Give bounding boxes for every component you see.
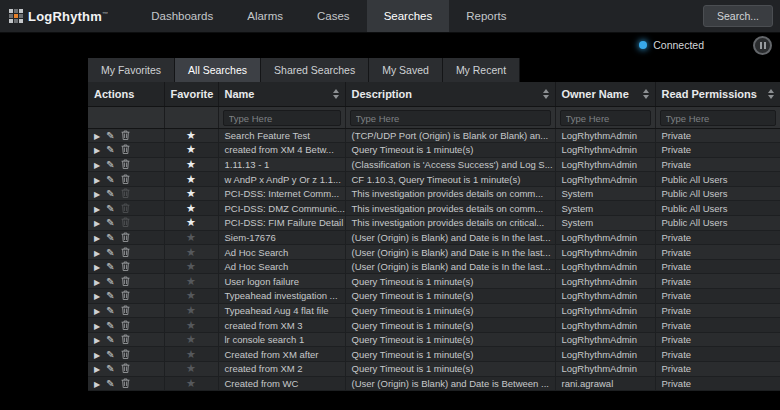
search-name-cell[interactable]: Ad Hoc Search <box>218 259 345 274</box>
edit-search-icon[interactable]: ✎ <box>106 174 114 185</box>
run-search-icon[interactable]: ▶ <box>94 322 100 331</box>
favorite-star-icon[interactable]: ★ <box>186 158 196 170</box>
run-search-icon[interactable]: ▶ <box>94 161 100 170</box>
table-row[interactable]: ▶✎★PCI-DSS: Internet Comm...This investi… <box>88 186 780 201</box>
search-name-cell[interactable]: lr console search 1 <box>218 332 345 347</box>
edit-search-icon[interactable]: ✎ <box>106 232 114 243</box>
delete-search-icon[interactable] <box>121 363 130 374</box>
delete-search-icon[interactable] <box>121 305 130 316</box>
delete-search-icon[interactable] <box>121 261 130 272</box>
tab-my-favorites[interactable]: My Favorites <box>88 58 175 82</box>
favorite-star-icon[interactable]: ★ <box>186 231 196 243</box>
column-header-read-permissions[interactable]: Read Permissions <box>655 82 780 106</box>
nav-item-alarms[interactable]: Alarms <box>230 0 300 32</box>
filter-permissions-input[interactable] <box>660 110 776 126</box>
edit-search-icon[interactable]: ✎ <box>106 305 114 316</box>
sort-icon[interactable] <box>643 89 649 99</box>
run-search-icon[interactable]: ▶ <box>94 234 100 243</box>
edit-search-icon[interactable]: ✎ <box>106 159 114 170</box>
run-search-icon[interactable]: ▶ <box>94 176 100 185</box>
delete-search-icon[interactable] <box>121 174 130 185</box>
favorite-star-icon[interactable]: ★ <box>186 289 196 301</box>
favorite-star-icon[interactable]: ★ <box>186 319 196 331</box>
table-row[interactable]: ▶✎★Typeahead Aug 4 flat fileQuery Timeou… <box>88 303 780 318</box>
search-name-cell[interactable]: created from XM 2 <box>218 362 345 377</box>
search-name-cell[interactable]: PCI-DSS: DMZ Communic... <box>218 201 345 216</box>
search-name-cell[interactable]: 1.11.13 - 1 <box>218 157 345 172</box>
nav-item-dashboards[interactable]: Dashboards <box>134 0 230 32</box>
delete-search-icon[interactable] <box>121 276 130 287</box>
table-row[interactable]: ▶✎★PCI-DSS: FIM Failure DetailThis inves… <box>88 216 780 231</box>
table-row[interactable]: ▶✎★created from XM 2Query Timeout is 1 m… <box>88 362 780 377</box>
favorite-star-icon[interactable]: ★ <box>186 246 196 258</box>
nav-item-reports[interactable]: Reports <box>449 0 523 32</box>
run-search-icon[interactable]: ▶ <box>94 190 100 199</box>
table-row[interactable]: ▶✎★Siem-17676(User (Origin) is Blank) an… <box>88 230 780 245</box>
search-name-cell[interactable]: w AndP x AndP y Or z 1.1... <box>218 172 345 187</box>
column-header-description[interactable]: Description <box>345 82 555 106</box>
search-name-cell[interactable]: Created from WC <box>218 376 345 391</box>
search-name-cell[interactable]: created from XM 3 <box>218 318 345 333</box>
table-row[interactable]: ▶✎★lr console search 1Query Timeout is 1… <box>88 332 780 347</box>
column-header-name[interactable]: Name <box>218 82 345 106</box>
tab-shared-searches[interactable]: Shared Searches <box>261 58 369 82</box>
edit-search-icon[interactable]: ✎ <box>106 261 114 272</box>
delete-search-icon[interactable] <box>121 130 130 141</box>
favorite-star-icon[interactable]: ★ <box>186 129 196 141</box>
run-search-icon[interactable]: ▶ <box>94 278 100 287</box>
delete-search-icon[interactable] <box>121 159 130 170</box>
edit-search-icon[interactable]: ✎ <box>106 217 114 228</box>
search-name-cell[interactable]: Ad Hoc Search <box>218 245 345 260</box>
favorite-star-icon[interactable]: ★ <box>186 143 196 155</box>
table-row[interactable]: ▶✎★Created from WC(User (Origin) is Blan… <box>88 376 780 391</box>
edit-search-icon[interactable]: ✎ <box>106 349 114 360</box>
filter-owner-input[interactable] <box>560 110 651 126</box>
global-search-button[interactable]: Search... <box>703 5 773 27</box>
run-search-icon[interactable]: ▶ <box>94 292 100 301</box>
favorite-star-icon[interactable]: ★ <box>186 304 196 316</box>
delete-search-icon[interactable] <box>121 188 130 199</box>
tab-my-saved[interactable]: My Saved <box>369 58 443 82</box>
edit-search-icon[interactable]: ✎ <box>106 334 114 345</box>
edit-search-icon[interactable]: ✎ <box>106 276 114 287</box>
search-name-cell[interactable]: User logon failure <box>218 274 345 289</box>
sort-icon[interactable] <box>543 89 549 99</box>
edit-search-icon[interactable]: ✎ <box>106 378 114 389</box>
search-name-cell[interactable]: Created from XM after <box>218 347 345 362</box>
run-search-icon[interactable]: ▶ <box>94 307 100 316</box>
table-row[interactable]: ▶✎★User logon failureQuery Timeout is 1 … <box>88 274 780 289</box>
favorite-star-icon[interactable]: ★ <box>186 260 196 272</box>
edit-search-icon[interactable]: ✎ <box>106 130 114 141</box>
search-name-cell[interactable]: Typeahead investigation ... <box>218 289 345 304</box>
favorite-star-icon[interactable]: ★ <box>186 275 196 287</box>
edit-search-icon[interactable]: ✎ <box>106 320 114 331</box>
delete-search-icon[interactable] <box>121 334 130 345</box>
table-row[interactable]: ▶✎★Created from XM afterQuery Timeout is… <box>88 347 780 362</box>
table-row[interactable]: ▶✎★1.11.13 - 1(Classification is 'Access… <box>88 157 780 172</box>
delete-search-icon[interactable] <box>121 320 130 331</box>
favorite-star-icon[interactable]: ★ <box>186 333 196 345</box>
table-row[interactable]: ▶✎★w AndP x AndP y Or z 1.1...CF 1.10.3,… <box>88 172 780 187</box>
delete-search-icon[interactable] <box>121 247 130 258</box>
delete-search-icon[interactable] <box>121 232 130 243</box>
run-search-icon[interactable]: ▶ <box>94 205 100 214</box>
delete-search-icon[interactable] <box>121 144 130 155</box>
delete-search-icon[interactable] <box>121 290 130 301</box>
sort-icon[interactable] <box>768 89 774 99</box>
delete-search-icon[interactable] <box>121 349 130 360</box>
filter-description-input[interactable] <box>350 110 551 126</box>
run-search-icon[interactable]: ▶ <box>94 249 100 258</box>
edit-search-icon[interactable]: ✎ <box>106 290 114 301</box>
favorite-star-icon[interactable]: ★ <box>186 348 196 360</box>
search-name-cell[interactable]: Typeahead Aug 4 flat file <box>218 303 345 318</box>
edit-search-icon[interactable]: ✎ <box>106 144 114 155</box>
run-search-icon[interactable]: ▶ <box>94 351 100 360</box>
favorite-star-icon[interactable]: ★ <box>186 216 196 228</box>
search-name-cell[interactable]: PCI-DSS: Internet Comm... <box>218 186 345 201</box>
table-row[interactable]: ▶✎★created from XM 4 Betw...Query Timeou… <box>88 143 780 158</box>
column-header-favorite[interactable]: Favorite <box>164 82 218 106</box>
tab-my-recent[interactable]: My Recent <box>443 58 520 82</box>
edit-search-icon[interactable]: ✎ <box>106 363 114 374</box>
search-name-cell[interactable]: Search Feature Test <box>218 128 345 143</box>
favorite-star-icon[interactable]: ★ <box>186 362 196 374</box>
